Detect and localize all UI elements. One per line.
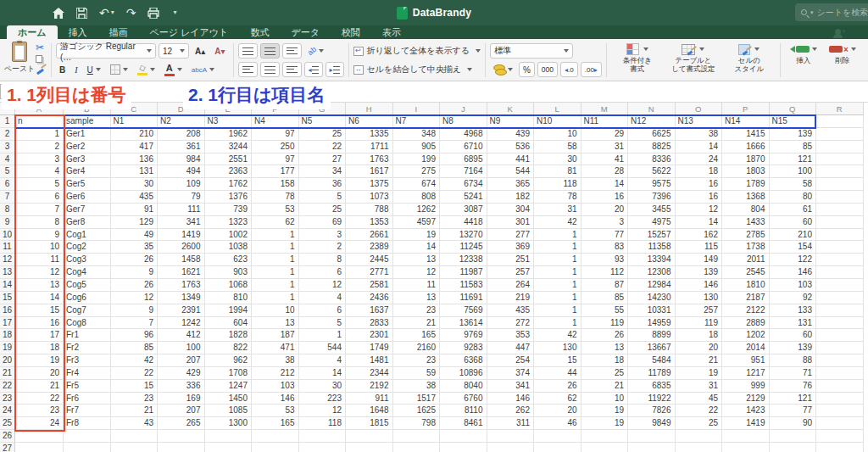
- cell-value[interactable]: 62: [252, 216, 299, 229]
- cell-n[interactable]: 11: [15, 254, 64, 266]
- cell-sample[interactable]: Fr5: [64, 380, 111, 393]
- cell[interactable]: [581, 443, 629, 452]
- column-header-O[interactable]: O: [676, 103, 723, 115]
- cell-value[interactable]: 1423: [722, 405, 770, 417]
- cell-value[interactable]: 494: [158, 165, 205, 178]
- cell-value[interactable]: 1481: [346, 354, 393, 367]
- cell-n[interactable]: 6: [15, 191, 64, 204]
- cell-value[interactable]: 1: [534, 241, 581, 254]
- cell-n[interactable]: 18: [15, 342, 64, 354]
- cell-value[interactable]: 24: [676, 153, 723, 166]
- cell[interactable]: [816, 279, 864, 292]
- cell-value[interactable]: 146: [252, 393, 299, 405]
- cell-value[interactable]: 13394: [628, 254, 676, 266]
- cell[interactable]: [628, 430, 676, 443]
- cell-value[interactable]: 23: [393, 354, 441, 367]
- shrink-font-button[interactable]: A▾: [211, 43, 228, 59]
- cell-value[interactable]: 6: [299, 266, 347, 279]
- cell-value[interactable]: 264: [487, 279, 535, 292]
- cell-value[interactable]: 1962: [205, 128, 253, 141]
- cell-value[interactable]: 8461: [440, 417, 487, 430]
- cell[interactable]: [816, 216, 864, 229]
- italic-button[interactable]: I: [71, 62, 81, 77]
- tab-数式[interactable]: 数式: [239, 25, 280, 39]
- cell-value[interactable]: 1: [252, 292, 299, 304]
- cell-value[interactable]: 30: [111, 178, 159, 191]
- cell[interactable]: [15, 443, 64, 452]
- cell-value[interactable]: 1450: [205, 393, 253, 405]
- cell-value[interactable]: 23: [393, 304, 441, 317]
- row-header-18[interactable]: 18: [0, 329, 15, 342]
- cell-value[interactable]: 1: [252, 241, 299, 254]
- cell[interactable]: [816, 229, 864, 242]
- cell-value[interactable]: 277: [487, 229, 535, 242]
- cell-value[interactable]: 1433: [722, 216, 770, 229]
- cell-value[interactable]: 25: [299, 128, 347, 141]
- cell-value[interactable]: 6368: [440, 354, 487, 367]
- cell-n[interactable]: 7: [15, 204, 64, 216]
- cell-value[interactable]: 739: [205, 204, 253, 216]
- cell-value[interactable]: 1085: [205, 405, 253, 417]
- cell-value[interactable]: 2889: [722, 317, 770, 330]
- cell-header-N4[interactable]: N4: [252, 115, 299, 128]
- cell-n[interactable]: 1: [15, 128, 64, 141]
- copy-icon[interactable]: [36, 55, 42, 63]
- cell-value[interactable]: 1415: [722, 128, 770, 141]
- cell-value[interactable]: 208: [158, 128, 205, 141]
- cell-value[interactable]: 3: [581, 216, 629, 229]
- cell[interactable]: [816, 266, 864, 279]
- cell-value[interactable]: 20: [676, 342, 723, 354]
- cell-value[interactable]: 16: [581, 191, 629, 204]
- cell-value[interactable]: 417: [111, 141, 159, 153]
- cell-value[interactable]: 41: [581, 153, 629, 166]
- align-right-button[interactable]: [282, 62, 302, 77]
- wrap-text-button[interactable]: ↩ 折り返して全体を表示する: [353, 42, 481, 60]
- cell-value[interactable]: 87: [581, 279, 629, 292]
- cell-value[interactable]: 4597: [393, 216, 441, 229]
- cell[interactable]: [111, 430, 159, 443]
- column-header-Q[interactable]: Q: [770, 103, 817, 115]
- cell-header-N10[interactable]: N10: [534, 115, 581, 128]
- cell-sample[interactable]: Ger7: [64, 204, 111, 216]
- conditional-formatting-button[interactable]: 条件付き 書式: [611, 42, 664, 74]
- cell-value[interactable]: 59: [393, 367, 441, 380]
- cell-value[interactable]: 187: [252, 329, 299, 342]
- cell[interactable]: [816, 367, 864, 380]
- cell[interactable]: [487, 443, 535, 452]
- cell-n[interactable]: 22: [15, 393, 64, 405]
- format-cells-button[interactable]: |↔| 書式: [863, 42, 868, 65]
- cell-value[interactable]: 111: [158, 204, 205, 216]
- cell-n[interactable]: 23: [15, 405, 64, 417]
- cell-value[interactable]: 1068: [205, 279, 253, 292]
- cell-value[interactable]: 272: [487, 317, 535, 330]
- cell-n[interactable]: 24: [15, 417, 64, 430]
- cell-value[interactable]: 10: [534, 128, 581, 141]
- cell-value[interactable]: 223: [299, 393, 347, 405]
- cell-value[interactable]: 1: [534, 317, 581, 330]
- cell-value[interactable]: 822: [205, 342, 253, 354]
- cell-value[interactable]: 26: [581, 329, 629, 342]
- cell[interactable]: [299, 443, 347, 452]
- cell-value[interactable]: 1: [299, 329, 347, 342]
- increase-indent-button[interactable]: ▸: [326, 62, 344, 77]
- cell-value[interactable]: 1708: [205, 367, 253, 380]
- cell-value[interactable]: 2363: [205, 165, 253, 178]
- cell-value[interactable]: 53: [252, 405, 299, 417]
- cell-value[interactable]: 31: [581, 141, 629, 153]
- cell-value[interactable]: 14: [581, 178, 629, 191]
- cell-value[interactable]: 544: [299, 342, 347, 354]
- cell-value[interactable]: 13270: [440, 229, 487, 242]
- cell-sample[interactable]: Fr7: [64, 405, 111, 417]
- cell-value[interactable]: 130: [534, 342, 581, 354]
- merge-center-button[interactable]: ↔ セルを結合して中央揃え: [353, 60, 481, 79]
- cell-value[interactable]: 1763: [346, 153, 393, 166]
- cell-value[interactable]: 23: [111, 393, 159, 405]
- cell-value[interactable]: 14230: [628, 292, 676, 304]
- cell-value[interactable]: 365: [487, 178, 535, 191]
- cell-value[interactable]: 12984: [628, 279, 676, 292]
- cell-value[interactable]: 212: [252, 367, 299, 380]
- cell[interactable]: [816, 405, 864, 417]
- cell-value[interactable]: 219: [487, 292, 535, 304]
- cell-value[interactable]: 804: [722, 204, 770, 216]
- cell-value[interactable]: 18: [676, 329, 723, 342]
